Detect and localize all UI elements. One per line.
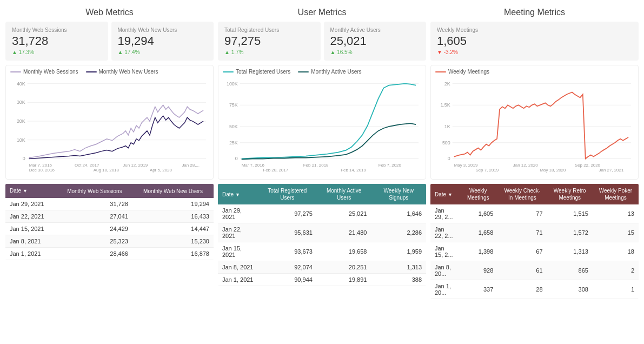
web-newusers-card: Monthly Web New Users 19,294 ▲ 17.4% [111, 22, 214, 61]
web-stat-cards: Monthly Web Sessions 31,728 ▲ 17.3% Mont… [5, 22, 214, 61]
table-cell: 1,658 [459, 223, 497, 242]
table-cell: 92,074 [258, 261, 317, 274]
svg-text:20K: 20K [17, 118, 25, 124]
weekly-legend-line [435, 71, 446, 72]
svg-text:Feb 28, 2017: Feb 28, 2017 [263, 168, 288, 173]
user-col-date[interactable]: Date ▼ [218, 184, 258, 204]
table-cell: Jan 1, 20... [430, 280, 459, 299]
table-cell: Jan 22, 2021 [218, 223, 258, 242]
table-row: Jan 15, 202124,42914,447 [5, 223, 214, 235]
table-cell: 90,944 [258, 274, 317, 286]
meeting-col-date[interactable]: Date ▼ [430, 184, 459, 204]
svg-text:40K: 40K [17, 81, 25, 87]
table-cell: 19,658 [317, 242, 371, 261]
total-registered-value: 97,275 [224, 34, 314, 48]
table-cell: Jan 29, 2021 [218, 204, 258, 223]
weekly-meetings-card: Weekly Meetings 1,605 ▼ -3.2% [430, 22, 639, 61]
user-table: Date ▼ Total Registered Users Monthly Ac… [218, 184, 426, 286]
web-table-wrapper: Date ▼ Monthly Web Sessions Monthly Web … [5, 184, 214, 260]
table-cell: 308 [547, 280, 593, 299]
web-chart-area: Monthly Web Sessions Monthly Web New Use… [5, 65, 214, 180]
meeting-stat-cards: Weekly Meetings 1,605 ▼ -3.2% [430, 22, 639, 61]
table-cell: 31,728 [57, 198, 132, 210]
monthly-active-label: Monthly Active Users [330, 27, 420, 33]
table-cell: 13 [593, 204, 639, 223]
table-cell: 18 [593, 242, 639, 261]
table-cell: 15 [593, 223, 639, 242]
table-row: Jan 1, 202128,46616,878 [5, 248, 214, 260]
table-row: Jan 15, 2...1,398671,31318 [430, 242, 639, 261]
meeting-chart-area: Weekly Meetings 2K 1.5K 1K 500 0 [430, 65, 639, 180]
table-cell: 24,429 [57, 223, 132, 235]
svg-text:Feb 7, 2020: Feb 7, 2020 [379, 163, 402, 168]
user-legend-registered: Total Registered Users [223, 69, 290, 75]
svg-text:50K: 50K [229, 124, 238, 129]
table-cell: Jan 22, 2021 [5, 210, 57, 223]
table-cell: 25,323 [57, 235, 132, 248]
table-cell: 1,398 [459, 242, 497, 261]
table-cell: 93,673 [258, 242, 317, 261]
table-cell: 27,041 [57, 210, 132, 223]
weekly-meetings-value: 1,605 [437, 34, 632, 48]
table-cell: 928 [459, 261, 497, 280]
web-newusers-legend-label: Monthly Web New Users [99, 69, 158, 75]
svg-text:May 18, 2020: May 18, 2020 [540, 168, 566, 173]
table-cell: 25,021 [317, 204, 371, 223]
svg-text:Feb 14, 2019: Feb 14, 2019 [341, 168, 366, 173]
svg-text:0: 0 [235, 156, 238, 162]
web-col-sessions: Monthly Web Sessions [57, 184, 132, 198]
table-cell: Jan 29, 2... [430, 204, 459, 223]
table-cell: 2 [593, 261, 639, 280]
sections-row: Web Metrics Monthly Web Sessions 31,728 … [5, 5, 639, 299]
table-cell: 1,959 [371, 242, 426, 261]
table-cell: 95,631 [258, 223, 317, 242]
table-cell: 1,572 [547, 223, 593, 242]
web-legend-sessions: Monthly Web Sessions [10, 69, 78, 75]
table-cell: Jan 1, 2021 [5, 248, 57, 260]
table-cell: 1,313 [547, 242, 593, 261]
web-chart-legend: Monthly Web Sessions Monthly Web New Use… [10, 69, 209, 75]
user-legend-active: Monthly Active Users [298, 69, 361, 75]
table-cell: Jan 29, 2021 [5, 198, 57, 210]
svg-text:1.5K: 1.5K [440, 103, 450, 108]
table-cell: 21,480 [317, 223, 371, 242]
web-newusers-legend-line [86, 71, 97, 72]
web-table: Date ▼ Monthly Web Sessions Monthly Web … [5, 184, 214, 260]
table-row: Jan 8, 202192,07420,2511,313 [218, 261, 426, 274]
table-cell: Jan 15, 2021 [218, 242, 258, 261]
user-col-active: Monthly Active Users [317, 184, 371, 204]
svg-text:Dec 30, 2016: Dec 30, 2016 [29, 168, 55, 173]
table-cell: 388 [371, 274, 426, 286]
web-newusers-value: 19,294 [118, 34, 208, 48]
web-metrics-section: Web Metrics Monthly Web Sessions 31,728 … [5, 5, 214, 299]
svg-text:Apr 5, 2020: Apr 5, 2020 [150, 168, 172, 173]
svg-text:Jan 27, 2021: Jan 27, 2021 [599, 168, 624, 173]
table-row: Jan 29, 202131,72819,294 [5, 198, 214, 210]
table-cell: 77 [497, 204, 547, 223]
user-stat-cards: Total Registered Users 97,275 ▲ 1.7% Mon… [218, 22, 426, 61]
registered-legend-line [223, 71, 234, 72]
web-legend-newusers: Monthly Web New Users [86, 69, 158, 75]
table-cell: 1 [593, 280, 639, 299]
svg-text:30K: 30K [17, 100, 25, 105]
active-legend-line [298, 71, 309, 72]
table-cell: Jan 8, 2021 [5, 235, 57, 248]
table-cell: 20,251 [317, 261, 371, 274]
table-cell: 1,515 [547, 204, 593, 223]
svg-text:Sep 7, 2019: Sep 7, 2019 [475, 168, 499, 173]
monthly-active-value: 25,021 [330, 34, 420, 48]
meeting-legend-weekly: Weekly Meetings [435, 69, 489, 75]
table-row: Jan 15, 202193,67319,6581,959 [218, 242, 426, 261]
user-col-signups: Weekly New Signups [371, 184, 426, 204]
web-col-date[interactable]: Date ▼ [5, 184, 57, 198]
svg-text:Mar 7, 2016: Mar 7, 2016 [29, 163, 52, 168]
svg-text:Aug 18, 2018: Aug 18, 2018 [94, 168, 119, 173]
table-cell: 16,433 [132, 210, 214, 223]
svg-text:0: 0 [448, 156, 450, 162]
web-chart: 40K 30K 20K 10K 0 [10, 77, 209, 174]
svg-text:10K: 10K [17, 137, 25, 143]
table-row: Jan 22, 202195,63121,4802,286 [218, 223, 426, 242]
svg-text:2K: 2K [444, 81, 450, 87]
weekly-meetings-label: Weekly Meetings [437, 27, 632, 33]
meeting-chart-legend: Weekly Meetings [435, 69, 634, 75]
